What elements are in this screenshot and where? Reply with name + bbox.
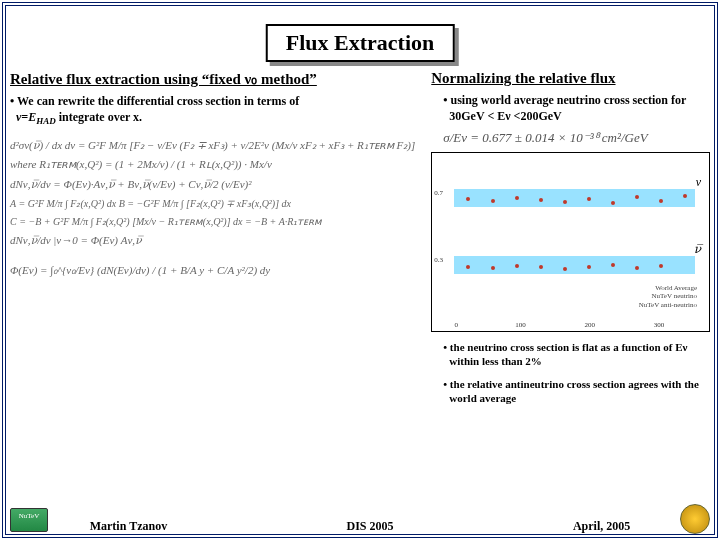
data-point xyxy=(563,267,567,271)
note-1: • the neutrino cross section is flat as … xyxy=(431,340,710,369)
right-bullet-1: • using world average neutrino cross sec… xyxy=(431,93,710,124)
nu-label: ν xyxy=(696,175,701,190)
data-point xyxy=(539,198,543,202)
legend-2: NuTeV neutrino xyxy=(639,292,697,300)
nubar-label: ν̅ xyxy=(694,242,701,257)
eq-6: dNν,ν̅/dν |ν→0 = Φ(Eν) Aν,ν̅ xyxy=(10,231,415,251)
content-area: Relative flux extraction using “fixed ν₀… xyxy=(10,70,710,510)
nu-points xyxy=(454,189,695,207)
data-point xyxy=(539,265,543,269)
data-point xyxy=(515,196,519,200)
author-name: Martin Tzanov xyxy=(90,519,167,534)
nu-equals: ν=E xyxy=(16,110,36,124)
data-point xyxy=(563,200,567,204)
equations-block: d²σν(ν̅) / dx dν = G²F M/π [F₂ − ν/Eν (F… xyxy=(10,132,415,285)
data-point xyxy=(635,195,639,199)
slide-title: Flux Extraction xyxy=(266,24,455,62)
note-2: • the relative antineutrino cross sectio… xyxy=(431,377,710,406)
eq-3: dNν,ν̅/dν = Φ(Eν)·Aν,ν̅ + Bν,ν̅(ν/Eν) + … xyxy=(10,175,415,195)
left-column: Relative flux extraction using “fixed ν₀… xyxy=(10,70,423,510)
bullet-text-a: • We can rewrite the differential cross … xyxy=(10,94,299,108)
legend-1: World Average xyxy=(639,284,697,292)
cross-section-chart: ν ν̅ xyxy=(431,152,710,332)
y-tick: 0.3 xyxy=(434,256,443,264)
date: April, 2005 xyxy=(573,519,630,534)
right-bullet-text: • using world average neutrino cross sec… xyxy=(443,93,686,107)
nubar-points xyxy=(454,256,695,274)
venue: DIS 2005 xyxy=(347,519,394,534)
data-point xyxy=(466,197,470,201)
right-heading: Normalizing the relative flux xyxy=(431,70,710,87)
data-point xyxy=(515,264,519,268)
data-point xyxy=(587,197,591,201)
eq-7: Φ(Eν) = ∫₀^{ν₀/Eν} (dN(Eν)/dν) / (1 + B/… xyxy=(10,261,415,281)
data-point xyxy=(491,266,495,270)
x-tick: 200 xyxy=(584,321,595,329)
left-heading: Relative flux extraction using “fixed ν₀… xyxy=(10,70,415,88)
energy-range: 30GeV < Eν <200GeV xyxy=(449,109,561,123)
data-point xyxy=(659,264,663,268)
legend-3: NuTeV anti-neutrino xyxy=(639,301,697,309)
eq-2: where R₁ᴛᴇʀᴍ(x,Q²) = (1 + 2Mx/ν) / (1 + … xyxy=(10,155,415,175)
footer: Martin Tzanov DIS 2005 April, 2005 xyxy=(0,519,720,534)
y-tick: 0.7 xyxy=(434,189,443,197)
seal-logo xyxy=(680,504,710,534)
chart-legend: World Average NuTeV neutrino NuTeV anti-… xyxy=(639,284,697,309)
data-point xyxy=(611,263,615,267)
eq-1: d²σν(ν̅) / dx dν = G²F M/π [F₂ − ν/Eν (F… xyxy=(10,136,415,156)
data-point xyxy=(635,266,639,270)
data-point xyxy=(659,199,663,203)
right-column: Normalizing the relative flux • using wo… xyxy=(423,70,710,510)
x-tick: 100 xyxy=(515,321,526,329)
eq-5: C = −B + G²F M/π ∫ F₂(x,Q²) [Mx/ν − R₁ᴛᴇ… xyxy=(10,213,415,231)
x-tick: 300 xyxy=(654,321,665,329)
data-point xyxy=(683,194,687,198)
bullet-text-c: integrate over x. xyxy=(56,110,142,124)
data-point xyxy=(466,265,470,269)
left-bullet-1: • We can rewrite the differential cross … xyxy=(10,94,415,128)
sigma-equation: σ/Eν = 0.677 ± 0.014 × 10⁻³⁸ cm²/GeV xyxy=(443,130,710,146)
data-point xyxy=(611,201,615,205)
data-point xyxy=(491,199,495,203)
had-sub: HAD xyxy=(36,116,56,126)
x-tick: 0 xyxy=(454,321,458,329)
eq-4: A = G²F M/π ∫ F₂(x,Q²) dx B = −G²F M/π ∫… xyxy=(10,195,415,213)
data-point xyxy=(587,265,591,269)
